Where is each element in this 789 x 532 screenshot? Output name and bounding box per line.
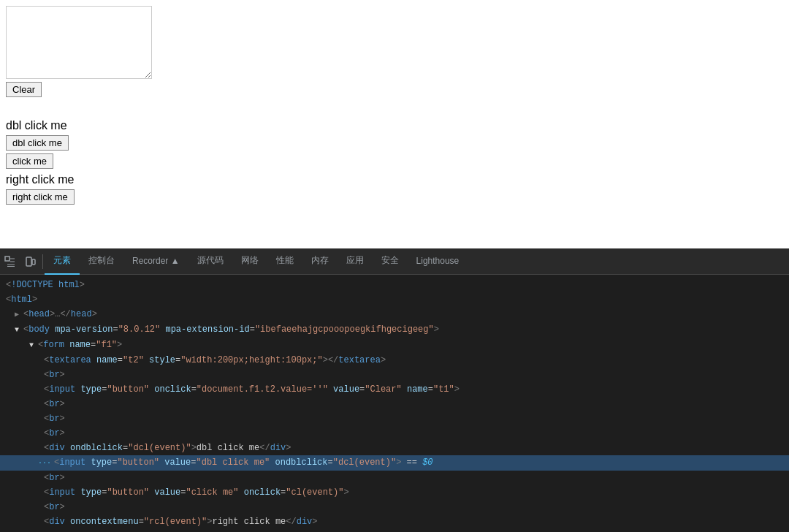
code-line-div-dbl: <div ondblclick="dcl(event)" > dbl click… <box>0 441 789 455</box>
tab-network[interactable]: 网络 <box>232 248 267 275</box>
svg-rect-1 <box>26 257 31 266</box>
devtools-content[interactable]: <!DOCTYPE html> <html> ▶ <head> … </head… <box>0 275 789 532</box>
tab-security[interactable]: 安全 <box>373 248 408 275</box>
device-icon[interactable] <box>20 248 41 275</box>
code-line-input-dbl[interactable]: ··· <input type="button" value="dbl clic… <box>0 455 789 471</box>
tab-console[interactable]: 控制台 <box>80 248 123 275</box>
code-line-textarea: <textarea name="t2" style="width:200px;h… <box>0 353 789 368</box>
code-line-form-open[interactable]: ▼ <form name="f1" > <box>0 338 789 353</box>
code-line-br3: <br> <box>0 411 789 426</box>
code-line-head[interactable]: ▶ <head> … </head> <box>0 307 789 322</box>
click-button[interactable]: click me <box>6 153 53 169</box>
devtools-panel: 元素 控制台 Recorder ▲ 源代码 网络 性能 内存 应用 安全 Lig… <box>0 248 789 532</box>
tab-recorder[interactable]: Recorder ▲ <box>123 248 188 275</box>
devtools-toolbar: 元素 控制台 Recorder ▲ 源代码 网络 性能 内存 应用 安全 Lig… <box>0 248 789 275</box>
code-line-html: <html> <box>0 292 789 307</box>
code-line-div-rcl: <div oncontextmenu="rcl(event)" > right … <box>0 514 789 529</box>
clear-button[interactable]: Clear <box>6 82 42 97</box>
code-line-body-open[interactable]: ▼ <body mpa-version="8.0.12" mpa-extensi… <box>0 322 789 338</box>
tab-application[interactable]: 应用 <box>338 248 373 275</box>
code-line-doctype: <!DOCTYPE html> <box>0 278 789 292</box>
textarea-input[interactable] <box>6 6 152 79</box>
dbl-click-label: dbl click me <box>6 119 783 132</box>
tab-lighthouse[interactable]: Lighthouse <box>408 248 468 275</box>
code-line-br2: <br> <box>0 397 789 411</box>
inspect-icon[interactable] <box>0 248 20 275</box>
dbl-click-button[interactable]: dbl click me <box>6 135 69 151</box>
tab-sources[interactable]: 源代码 <box>188 248 232 275</box>
svg-rect-2 <box>32 259 35 265</box>
svg-rect-0 <box>5 256 9 261</box>
tab-performance[interactable]: 性能 <box>267 248 302 275</box>
tab-elements[interactable]: 元素 <box>45 248 80 275</box>
code-line-input-rcl: <input type="button" value="right click … <box>0 529 789 532</box>
toolbar-separator <box>42 254 43 269</box>
right-click-label: right click me <box>6 173 783 186</box>
code-line-input-clear: <input type="button" onclick="document.f… <box>0 382 789 397</box>
code-line-br6: <br> <box>0 500 789 514</box>
code-line-input-click: <input type="button" value="click me" on… <box>0 485 789 500</box>
code-line-br5: <br> <box>0 471 789 485</box>
page-area: Clear dbl click me dbl click me click me… <box>0 0 789 248</box>
code-line-br4: <br> <box>0 426 789 441</box>
right-click-button[interactable]: right click me <box>6 189 75 205</box>
code-line-br1: <br> <box>0 368 789 382</box>
tab-memory[interactable]: 内存 <box>302 248 338 275</box>
